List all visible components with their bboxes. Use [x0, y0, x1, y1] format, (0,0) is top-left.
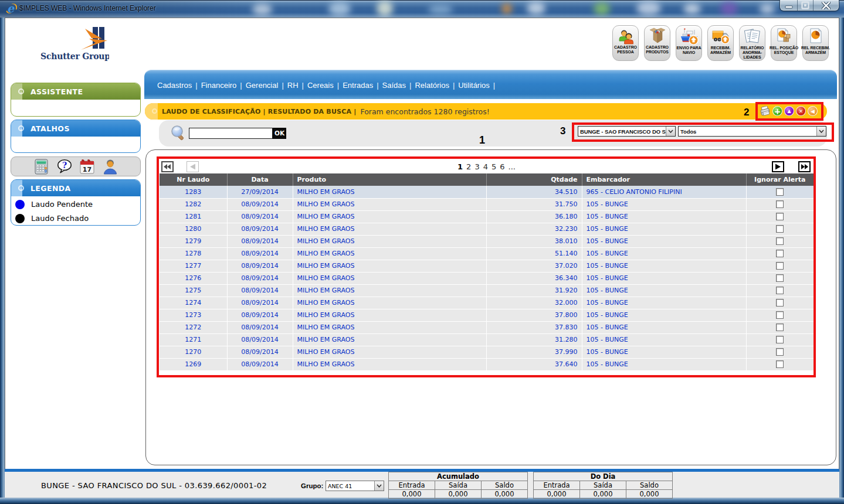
menu-item-cereais[interactable]: Cereais: [307, 81, 334, 90]
legend-items: Laudo PendenteLaudo Fechado: [11, 199, 140, 224]
window-title: $IMPLES WEB - Windows Internet Explorer: [19, 4, 156, 12]
annotation-box-3: [572, 122, 834, 142]
calculator-icon[interactable]: [33, 158, 50, 175]
sidebar-tool-strip: ? 17: [11, 156, 141, 176]
cadastro-pessoa-button[interactable]: CADASTROPESSOA: [612, 25, 639, 61]
svg-text:?: ?: [62, 161, 66, 170]
glass-blur-blob: [636, 1, 661, 15]
menu-item-gerencial[interactable]: Gerencial: [246, 81, 279, 90]
status-message: Foram encontrados 1280 registros!: [360, 107, 489, 116]
company-label: BUNGE - SAO FRANCISCO DO SUL - 03.639.66…: [41, 481, 267, 490]
summary-table: Do DiaEntradaSaídaSaldo0,0000,0000,000: [533, 472, 673, 499]
calendar-icon[interactable]: 17: [79, 158, 96, 175]
menu-item-entradas[interactable]: Entradas: [343, 81, 373, 90]
legenda-title: LEGENDA: [30, 184, 71, 193]
summary-value: 0,000: [482, 490, 528, 499]
recebim-armazem-button[interactable]: RECEBIM.ARMAZÉM: [707, 25, 734, 61]
grupo-label: Grupo:: [301, 482, 323, 489]
truck-icon: [711, 28, 730, 45]
glass-blur-blob: [501, 4, 512, 14]
menu-item-cadastros[interactable]: Cadastros: [157, 81, 192, 90]
summary-column-header: Saldo: [626, 481, 673, 490]
window-frame-left: [0, 18, 5, 498]
rel-posicao-estoque-button[interactable]: REL. POSIÇÃOESTOQUE: [771, 25, 797, 61]
annotation-box-2: [755, 102, 823, 121]
menu-item-rh[interactable]: RH: [287, 81, 299, 90]
rel-recebim-armazem-button[interactable]: REL RECEBIM.ARMAZÉM: [802, 25, 829, 61]
summary-table-title: Acumulado: [389, 472, 528, 481]
search-ok-button[interactable]: OK: [273, 128, 286, 139]
dropdown-arrow-icon: [374, 481, 384, 491]
glass-blur-blob: [760, 4, 775, 14]
footer-summary-tables: AcumuladoEntradaSaídaSaldo0,0000,0000,00…: [388, 472, 673, 499]
relatorio-anormalidades-button[interactable]: RELATÓRIOANORMA-LIDADES: [739, 25, 765, 61]
browser-window: e $IMPLES WEB - Windows Internet Explore…: [0, 0, 844, 504]
internet-explorer-icon: e: [5, 2, 18, 15]
quickbar-button-label: RECEBIM.ARMAZÉM: [710, 46, 731, 55]
atalhos-panel: › ATALHOS: [11, 120, 141, 153]
legenda-panel-header[interactable]: › LEGENDA: [11, 180, 140, 196]
summary-column-header: Entrada: [389, 481, 435, 490]
summary-table-title: Do Dia: [534, 472, 673, 481]
menu-separator: |: [337, 81, 339, 90]
summary-column-header: Saída: [435, 481, 482, 490]
quickbar-button-label: REL. POSIÇÃOESTOQUE: [770, 46, 798, 55]
assistente-panel-header[interactable]: › ASSISTENTE: [11, 83, 140, 100]
chevron-marker-icon: ›: [18, 88, 24, 94]
ship-icon: [680, 28, 699, 45]
summary-column-header: Entrada: [534, 481, 580, 490]
annotation-number-2: 2: [744, 107, 749, 118]
legenda-panel: › LEGENDA Laudo PendenteLaudo Fechado: [11, 179, 141, 226]
quickbar-button-label: CADASTROPESSOA: [614, 45, 637, 55]
grupo-select[interactable]: ANEC 41: [326, 481, 384, 491]
box-icon: [648, 28, 666, 45]
menu-item-saidas[interactable]: Saídas: [382, 81, 406, 90]
window-controls: [779, 0, 839, 11]
status-breadcrumb: LAUDO DE CLASSIFICAÇÃO | RESULTADO DA BU…: [162, 108, 356, 115]
status-marker-icon: [152, 108, 157, 114]
svg-text:17: 17: [83, 165, 91, 173]
status-text: LAUDO DE CLASSIFICAÇÃO | RESULTADO DA BU…: [162, 103, 490, 120]
annotation-number-1: 1: [479, 134, 485, 147]
glass-blur-blob: [377, 1, 393, 16]
chevron-marker-icon: ›: [18, 125, 24, 131]
search-input[interactable]: [189, 128, 273, 139]
menu-item-utilitarios[interactable]: Utilitários: [458, 81, 489, 90]
legend-label: Laudo Pendente: [31, 200, 93, 209]
footer-bar: BUNGE - SAO FRANCISCO DO SUL - 03.639.66…: [5, 472, 839, 498]
legend-dot: [15, 200, 25, 209]
legend-item: Laudo Fechado: [11, 213, 140, 224]
glass-blur-blob: [594, 2, 610, 15]
menu-separator: |: [493, 81, 495, 90]
main-menu: Cadastros|Financeiro|Gerencial|RH|Cereai…: [157, 81, 499, 90]
legend-item: Laudo Pendente: [11, 199, 140, 210]
close-button[interactable]: [813, 0, 839, 11]
window-frame-right: [839, 18, 844, 498]
annotation-box-1: [157, 156, 816, 377]
assistente-title: ASSISTENTE: [30, 87, 83, 96]
menu-item-financeiro[interactable]: Financeiro: [201, 81, 237, 90]
summary-table: AcumuladoEntradaSaídaSaldo0,0000,0000,00…: [388, 472, 528, 499]
glass-blur-blob: [252, 4, 272, 15]
cadastro-produtos-button[interactable]: CADASTROPRODUTOS: [644, 25, 670, 61]
piedoc-icon: [806, 28, 825, 45]
menu-item-relatorios[interactable]: Relatórios: [415, 81, 449, 90]
grupo-select-value: ANEC 41: [326, 483, 374, 489]
summary-value: 0,000: [580, 490, 626, 499]
envio-para-navio-button[interactable]: ENVIO PARANAVIO: [676, 25, 702, 61]
search-icon: [171, 125, 187, 141]
glass-blur-blob: [527, 2, 545, 15]
help-icon[interactable]: ?: [56, 158, 73, 175]
minimize-button[interactable]: [780, 0, 797, 11]
maximize-button[interactable]: [797, 0, 813, 11]
summary-column-header: Saída: [580, 481, 626, 490]
atalhos-panel-header[interactable]: › ATALHOS: [11, 120, 140, 137]
main-navigation-bar: Cadastros|Financeiro|Gerencial|RH|Cereai…: [144, 70, 837, 99]
glass-blur-blob: [683, 4, 701, 14]
schutter-group-logo: Schutter Group: [39, 25, 109, 64]
user-icon[interactable]: [102, 158, 118, 175]
menu-separator: |: [377, 81, 378, 90]
summary-column-header: Saldo: [482, 481, 528, 490]
piebox-icon: [775, 28, 793, 45]
chevron-marker-icon: ›: [18, 185, 24, 191]
